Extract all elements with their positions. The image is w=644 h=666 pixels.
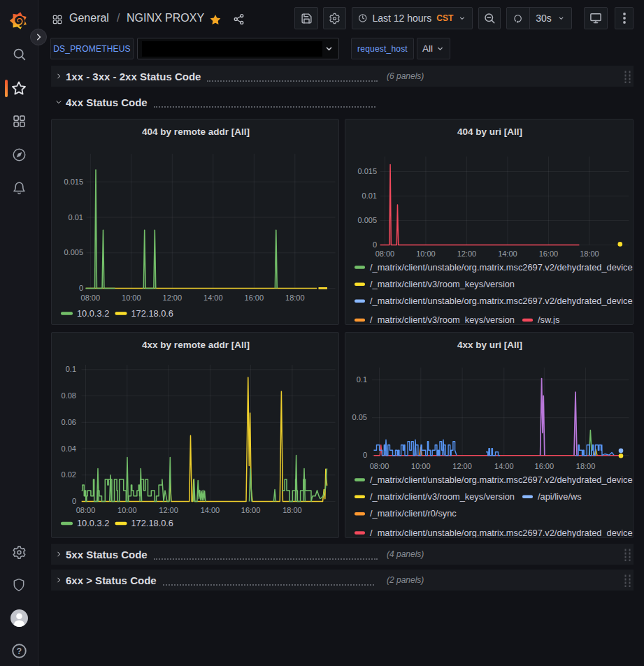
svg-text:0: 0 xyxy=(373,240,377,249)
svg-text:0: 0 xyxy=(363,451,367,459)
svg-text:0: 0 xyxy=(79,284,83,292)
svg-text:0.01: 0.01 xyxy=(362,191,377,200)
svg-text:0.02: 0.02 xyxy=(62,470,76,479)
svg-text:/_matrix/client/v3/room_keys/v: /_matrix/client/v3/room_keys/version xyxy=(370,279,515,289)
svg-text:08:00: 08:00 xyxy=(370,462,389,470)
svg-text:14:00: 14:00 xyxy=(203,294,223,302)
svg-text:10.0.3.2: 10.0.3.2 xyxy=(77,518,109,528)
svg-text:16:00: 16:00 xyxy=(539,249,559,258)
svg-text:4xx by uri [All]: 4xx by uri [All] xyxy=(457,340,522,350)
svg-text:10:00: 10:00 xyxy=(411,462,431,470)
svg-text:/_matrix/client/unstable/org.m: /_matrix/client/unstable/org.matrix.msc2… xyxy=(370,528,633,537)
svg-text:12:00: 12:00 xyxy=(159,506,178,514)
svg-text:0.005: 0.005 xyxy=(64,248,83,256)
svg-text:12:00: 12:00 xyxy=(163,294,183,302)
svg-text:0.005: 0.005 xyxy=(357,216,377,224)
svg-text:0: 0 xyxy=(72,497,76,505)
svg-text:18:00: 18:00 xyxy=(282,506,302,514)
svg-text:172.18.0.6: 172.18.0.6 xyxy=(131,308,174,319)
svg-text:?: ? xyxy=(17,646,22,656)
svg-text:172.18.0.6: 172.18.0.6 xyxy=(131,518,174,528)
svg-text:14:00: 14:00 xyxy=(498,249,517,258)
svg-text:/_matrix/client/unstable/org.m: /_matrix/client/unstable/org.matrix.msc2… xyxy=(370,296,633,306)
svg-text:0.1: 0.1 xyxy=(66,365,76,373)
svg-text:16:00: 16:00 xyxy=(241,506,261,514)
svg-text:0.1: 0.1 xyxy=(357,375,367,384)
svg-text:18:00: 18:00 xyxy=(285,294,305,302)
svg-text:/_matrix/client/unstable/org.m: /_matrix/client/unstable/org.matrix.msc2… xyxy=(370,262,633,273)
svg-text:404 by uri [All]: 404 by uri [All] xyxy=(457,126,522,137)
svg-text:0.04: 0.04 xyxy=(62,444,76,453)
svg-text:08:00: 08:00 xyxy=(375,249,395,258)
svg-text:/sw.js: /sw.js xyxy=(538,314,559,324)
svg-text:4xx by remote addr [All]: 4xx by remote addr [All] xyxy=(142,340,250,350)
svg-text:10.0.3.2: 10.0.3.2 xyxy=(77,308,109,319)
svg-text:0.01: 0.01 xyxy=(69,213,83,222)
svg-text:0.06: 0.06 xyxy=(62,418,76,426)
svg-text:0.015: 0.015 xyxy=(64,178,83,186)
svg-text:10:00: 10:00 xyxy=(122,294,141,302)
svg-text:0.08: 0.08 xyxy=(62,391,76,400)
svg-text:18:00: 18:00 xyxy=(576,462,596,470)
svg-text:/api/live/ws: /api/live/ws xyxy=(538,491,582,502)
svg-text:16:00: 16:00 xyxy=(245,294,264,302)
svg-text:16:00: 16:00 xyxy=(535,462,554,470)
svg-text:404 by remote addr [All]: 404 by remote addr [All] xyxy=(142,126,250,137)
svg-text:/_matrix/client/v3/room_keys/v: /_matrix/client/v3/room_keys/version xyxy=(370,491,515,502)
svg-text:18:00: 18:00 xyxy=(580,249,599,258)
svg-text:0.015: 0.015 xyxy=(357,167,377,175)
svg-text:/_matrix/client/r0/sync: /_matrix/client/r0/sync xyxy=(370,508,457,519)
svg-text:12:00: 12:00 xyxy=(452,462,472,470)
svg-text:10:00: 10:00 xyxy=(117,506,137,514)
svg-text:12:00: 12:00 xyxy=(457,249,477,258)
svg-text:14:00: 14:00 xyxy=(494,462,514,470)
svg-text:08:00: 08:00 xyxy=(76,506,96,514)
svg-text:/_matrix/client/v3/room_keys/v: /_matrix/client/v3/room_keys/version xyxy=(370,314,515,324)
svg-text:/_matrix/client/unstable/org.m: /_matrix/client/unstable/org.matrix.msc2… xyxy=(370,475,633,485)
svg-text:10:00: 10:00 xyxy=(416,249,436,258)
svg-text:0.05: 0.05 xyxy=(352,413,367,421)
svg-text:14:00: 14:00 xyxy=(201,506,220,514)
svg-text:08:00: 08:00 xyxy=(81,294,101,302)
